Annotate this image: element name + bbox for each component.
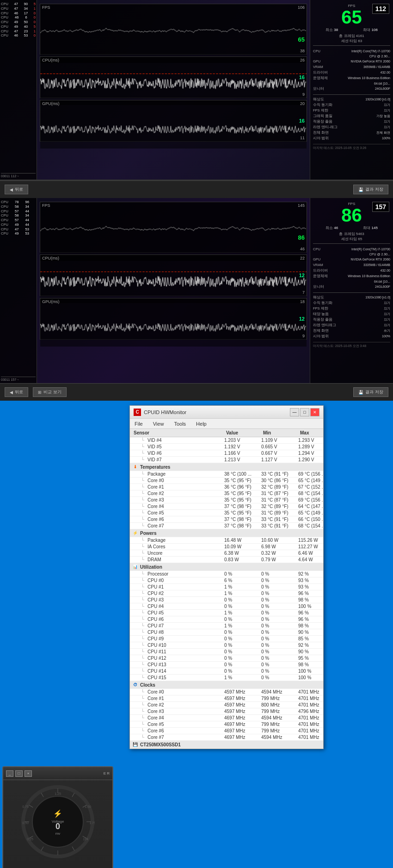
gpuz-maximize-btn[interactable]: □ bbox=[15, 770, 23, 777]
sidebar-footer-1: 03011 112→ bbox=[1, 173, 36, 178]
svg-text:1.50: 1.50 bbox=[85, 805, 91, 808]
section-utilization: 📊 Utilization bbox=[130, 563, 323, 571]
table-row: └CPU #7 1 % 0 % 98 % bbox=[130, 623, 323, 629]
cpu-current-overlay: 16 bbox=[299, 74, 305, 80]
svg-text:0: 0 bbox=[55, 822, 60, 831]
table-row: └CPU #2 1 % 0 % 96 % bbox=[130, 590, 323, 597]
svg-text:0.50: 0.50 bbox=[22, 821, 29, 825]
sidebar-footer-2: 03011 157→ bbox=[1, 377, 36, 381]
table-row: └Core #3 4597 MHz 799 MHz 4796 MHz bbox=[130, 708, 323, 715]
table-row: └Core #0 4597 MHz 4594 MHz 4701 MHz bbox=[130, 689, 323, 695]
voltage-gauge-svg: ⚡ Voltage 0 mv 1.25 1.50 1.75 194 0.75 0… bbox=[21, 785, 95, 859]
table-row: └CPU #6 0 % 0 % 96 % bbox=[130, 616, 323, 623]
table-row: └CPU #8 0 % 0 % 90 % bbox=[130, 629, 323, 636]
gpuz-topbar: _ □ × E R bbox=[3, 767, 112, 780]
gpu-current-overlay: 16 bbox=[299, 118, 305, 124]
save-icon-1: 💾 bbox=[358, 187, 363, 192]
menu-view[interactable]: View bbox=[151, 420, 166, 428]
cpu-sidebar-1: CPU 47 90 5 CPU 47 34 1 CPU 46 17 0 CPU … bbox=[0, 0, 37, 180]
fps-graph-2: FPS 145 86 46 bbox=[40, 202, 307, 253]
back-icon-1: ◀ bbox=[10, 187, 13, 192]
sys-gpu-1: GPU NVIDIA GeForce RTX 2060 bbox=[313, 59, 390, 64]
corner-badge-1: 112 bbox=[372, 4, 389, 14]
sys-driver-1: 드라이버 432.00 bbox=[313, 70, 390, 75]
back-button-2[interactable]: ◀ 뒤로 bbox=[5, 387, 28, 397]
compare-icon: ⊞ bbox=[38, 390, 42, 395]
table-row: └CPU #1 1 % 0 % 93 % bbox=[130, 584, 323, 590]
fps-max-2: 145 bbox=[298, 203, 305, 208]
table-row: └CPU #13 0 % 0 % 98 % bbox=[130, 662, 323, 668]
fps-graph-label-2: FPS bbox=[42, 203, 50, 208]
back-button-1[interactable]: ◀ 뒤로 bbox=[5, 185, 28, 194]
svg-text:0.75: 0.75 bbox=[22, 805, 29, 808]
sys-os-1: 운영체제 Windows 10 Business Edition 64-bit … bbox=[313, 75, 390, 86]
cpu-max-label: 26 bbox=[300, 58, 305, 62]
table-row: └Core #2 35 °C (95 °F) 31 °C (87 °F) 68 … bbox=[130, 490, 323, 497]
fps-min-label: 38 bbox=[300, 49, 305, 53]
save-button-2[interactable]: 💾 결과 저장 bbox=[353, 387, 388, 397]
fps-graph-1: FPS 106 65 38 bbox=[40, 4, 307, 55]
menu-tools[interactable]: Tools bbox=[172, 420, 188, 428]
col-value: Value bbox=[224, 430, 261, 436]
cpu-min-label: 9 bbox=[302, 92, 305, 97]
fps-minmax-1: 최소 38 최대 106 bbox=[313, 27, 390, 32]
gpuz-title: E R bbox=[104, 771, 110, 775]
section-powers: ⚡ Powers bbox=[130, 529, 323, 537]
table-row: └VID #4 1.203 V 1.109 V 1.293 V bbox=[130, 437, 323, 444]
hwmon-minimize-btn[interactable]: — bbox=[290, 408, 299, 416]
hwmon-titlebar: C CPUID HWMonitor — □ ✕ bbox=[130, 406, 323, 419]
table-row: └CPU #3 0 % 0 % 98 % bbox=[130, 597, 323, 603]
fps-current-2: 86 bbox=[298, 234, 305, 241]
table-row: └VID #7 1.213 V 1.127 V 1.290 V bbox=[130, 457, 323, 463]
hwmon-maximize-btn[interactable]: □ bbox=[300, 408, 309, 416]
table-row: └Processor 0 % 0 % 92 % bbox=[130, 571, 323, 577]
gpuz-widget: _ □ × E R bbox=[2, 766, 113, 868]
table-row: └Core #1 4597 MHz 799 MHz 4701 MHz bbox=[130, 695, 323, 702]
section-clocks: ⏱ Clocks bbox=[130, 681, 323, 689]
fps-extra-1: 총 프레임 4161 세션 타임 63 bbox=[313, 33, 390, 46]
sys-cpu-1: CPU Intel(R) Core(TM) i7-10700 CPU @ 2.9… bbox=[313, 49, 390, 59]
save-button-1[interactable]: 💾 결과 저장 bbox=[353, 185, 388, 194]
save-icon-2: 💾 bbox=[358, 390, 363, 395]
col-max: Max bbox=[298, 430, 335, 436]
svg-text:1.25: 1.25 bbox=[55, 792, 61, 795]
svg-line-11 bbox=[29, 805, 33, 807]
back-icon-2: ◀ bbox=[10, 390, 13, 395]
graphs-area-1: FPS 106 65 38 CPU(ms) 26 16 9 GPU(ms) 20… bbox=[37, 0, 310, 180]
table-row: └CPU #15 1 % 0 % 100 % bbox=[130, 675, 323, 681]
hwmon-app-icon: C bbox=[134, 409, 141, 416]
table-row: └CPU #14 0 % 0 % 100 % bbox=[130, 668, 323, 675]
table-row: └VID #5 1.192 V 0.665 V 1.289 V bbox=[130, 444, 323, 450]
table-row: └CPU #5 1 % 0 % 96 % bbox=[130, 610, 323, 616]
table-row: └Core #1 36 °C (96 °F) 32 °C (89 °F) 67 … bbox=[130, 484, 323, 490]
fps-current-overlay: 65 bbox=[298, 36, 305, 43]
table-row: └Core #6 4697 MHz 799 MHz 4701 MHz bbox=[130, 728, 323, 734]
svg-text:⚡: ⚡ bbox=[53, 809, 62, 818]
menu-help[interactable]: Help bbox=[194, 420, 209, 428]
svg-line-6 bbox=[72, 847, 74, 851]
hwmon-menubar[interactable]: File View Tools Help bbox=[130, 419, 323, 429]
hwmon-table-header: Sensor Value Min Max bbox=[130, 429, 323, 437]
svg-text:mv: mv bbox=[55, 831, 61, 836]
cpu-graph-1: CPU(ms) 26 16 9 bbox=[40, 56, 307, 98]
gpu-graph-1: GPU(ms) 20 16 11 bbox=[40, 100, 307, 142]
menu-file[interactable]: File bbox=[133, 420, 145, 428]
gpuz-window-controls[interactable]: _ □ × bbox=[6, 770, 32, 777]
hwmon-window-controls[interactable]: — □ ✕ bbox=[290, 408, 319, 416]
table-row: └Core #5 4697 MHz 799 MHz 4701 MHz bbox=[130, 721, 323, 728]
hwmon-close-btn[interactable]: ✕ bbox=[310, 408, 319, 416]
table-row: └CPU #10 0 % 0 % 92 % bbox=[130, 642, 323, 649]
svg-text:194: 194 bbox=[83, 837, 88, 841]
voltage-gauge-area: ⚡ Voltage 0 mv 1.25 1.50 1.75 194 0.75 0… bbox=[3, 780, 112, 865]
sys-monitor-1: 모니터 24GL600F bbox=[313, 86, 390, 92]
svg-line-12 bbox=[41, 793, 43, 797]
hwmon-body: └VID #4 1.203 V 1.109 V 1.293 V └VID #5 … bbox=[130, 437, 323, 749]
svg-line-8 bbox=[41, 847, 43, 851]
gpuz-close-btn[interactable]: × bbox=[25, 770, 32, 777]
table-row: └CPU #0 6 % 0 % 93 % bbox=[130, 577, 323, 584]
gpu-min-label: 11 bbox=[300, 136, 305, 140]
timestamp-1: 마지막 테스트: 2025-10-05 오전 3:26 bbox=[313, 144, 390, 150]
gpuz-minimize-btn[interactable]: _ bbox=[6, 770, 13, 777]
svg-text:0.25: 0.25 bbox=[27, 837, 33, 841]
compare-button[interactable]: ⊞ 비교 보기 bbox=[33, 387, 67, 397]
